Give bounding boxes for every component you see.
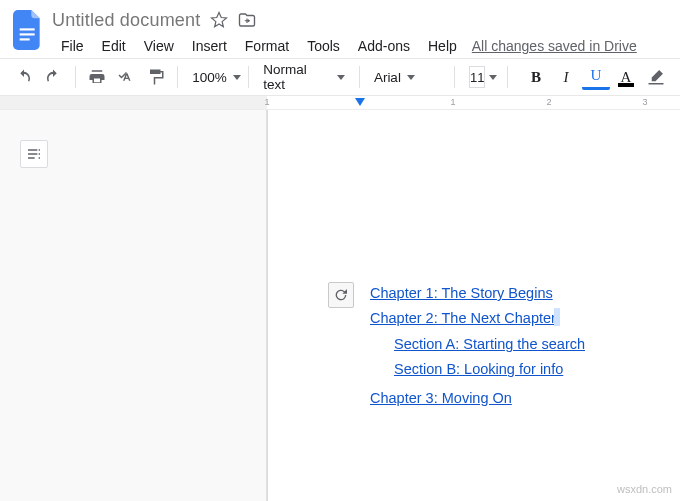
toc-link[interactable]: Section B: Looking for info [394,361,563,377]
chevron-down-icon [407,75,415,80]
chevron-down-icon [337,75,345,80]
left-pane [0,110,267,501]
text-color-button[interactable]: A [612,64,640,90]
indent-marker[interactable] [355,98,365,108]
separator [359,66,360,88]
toolbar: 100% Normal text Arial 11 B I U A [0,58,680,96]
highlight-button[interactable] [642,64,670,90]
style-value: Normal text [263,62,331,92]
separator [75,66,76,88]
font-size-dropdown[interactable]: 11 [463,63,499,91]
svg-rect-0 [20,28,35,30]
font-size-value: 11 [469,66,485,88]
underline-button[interactable]: U [582,64,610,90]
redo-button[interactable] [39,63,66,91]
document-page[interactable]: Chapter 1: The Story Begins Chapter 2: T… [267,110,680,501]
star-icon[interactable] [210,11,228,29]
svg-rect-2 [20,38,30,40]
toc-link[interactable]: Chapter 2: The Next Chapter [370,310,556,326]
menu-tools[interactable]: Tools [298,34,349,58]
separator [507,66,508,88]
move-icon[interactable] [238,11,256,29]
toc-link[interactable]: Chapter 1: The Story Begins [370,285,553,301]
zoom-value: 100% [192,70,227,85]
ruler-number: 1 [264,97,269,107]
font-value: Arial [374,70,401,85]
print-button[interactable] [83,63,110,91]
menu-edit[interactable]: Edit [93,34,135,58]
toc-link[interactable]: Section A: Starting the search [394,336,585,352]
toc-link[interactable]: Chapter 3: Moving On [370,390,512,406]
ruler-number: 2 [546,97,551,107]
save-status[interactable]: All changes saved in Drive [472,34,637,58]
spellcheck-button[interactable] [113,63,140,91]
paint-format-button[interactable] [142,63,169,91]
ruler-number: 1 [450,97,455,107]
ruler-number: 3 [642,97,647,107]
italic-button[interactable]: I [552,64,580,90]
menubar: File Edit View Insert Format Tools Add-o… [52,34,670,58]
svg-rect-1 [20,33,35,35]
ruler[interactable]: 1 1 2 3 [0,96,680,110]
menu-format[interactable]: Format [236,34,298,58]
menu-file[interactable]: File [52,34,93,58]
zoom-dropdown[interactable]: 100% [186,63,240,91]
document-title[interactable]: Untitled document [52,10,200,31]
menu-addons[interactable]: Add-ons [349,34,419,58]
docs-logo[interactable] [10,8,46,52]
separator [177,66,178,88]
paragraph-style-dropdown[interactable]: Normal text [257,63,351,91]
font-dropdown[interactable]: Arial [368,63,446,91]
menu-help[interactable]: Help [419,34,466,58]
separator [454,66,455,88]
chevron-down-icon [233,75,241,80]
toc-refresh-button[interactable] [328,282,354,308]
bold-button[interactable]: B [522,64,550,90]
watermark: wsxdn.com [617,483,672,495]
table-of-contents: Chapter 1: The Story Begins Chapter 2: T… [328,282,680,412]
menu-insert[interactable]: Insert [183,34,236,58]
undo-button[interactable] [10,63,37,91]
separator [248,66,249,88]
menu-view[interactable]: View [135,34,183,58]
outline-toggle-button[interactable] [20,140,48,168]
chevron-down-icon [489,75,497,80]
text-cursor [554,308,560,326]
